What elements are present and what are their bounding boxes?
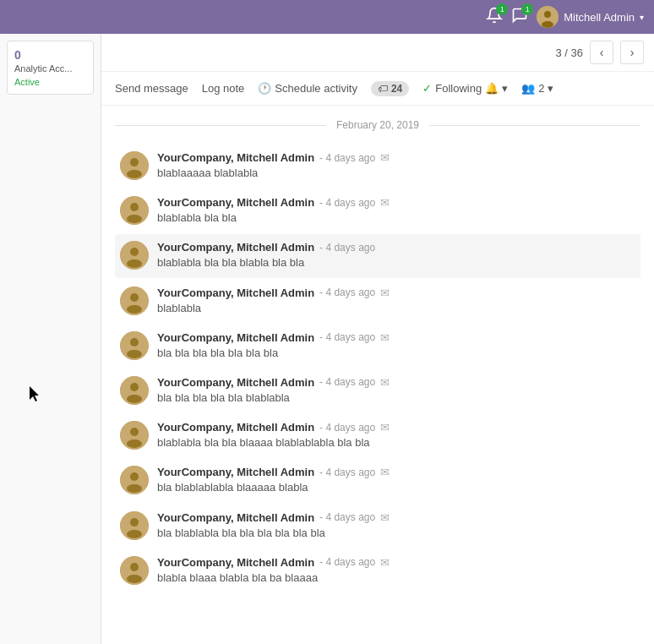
message-header: YourCompany, Mitchell Admin - 4 days ago… (157, 421, 635, 434)
message-header: YourCompany, Mitchell Admin - 4 days ago (157, 241, 635, 254)
svg-point-31 (130, 563, 139, 571)
user-name: Mitchell Admin (564, 11, 635, 24)
svg-point-10 (130, 248, 139, 256)
messages-container: YourCompany, Mitchell Admin - 4 days ago… (115, 145, 640, 592)
notifications-icon[interactable]: 1 (486, 7, 503, 28)
following-check-icon: ✓ (422, 82, 432, 95)
message-content: YourCompany, Mitchell Admin - 4 days ago… (157, 376, 635, 406)
avatar (120, 376, 149, 405)
message-author: YourCompany, Mitchell Admin (157, 241, 314, 254)
nav-bar: 3 / 36 ‹ › (101, 34, 654, 72)
avatar (120, 421, 149, 450)
date-label: February 20, 2019 (336, 119, 419, 131)
svg-point-8 (127, 215, 142, 223)
content-area: 3 / 36 ‹ › Send message Log note 🕐 Sched… (101, 34, 654, 644)
message-time: - 4 days ago (319, 287, 375, 298)
following-button[interactable]: ✓ Following 🔔 ▾ (422, 82, 508, 95)
sidebar-status: Active (14, 77, 86, 87)
tag-badge[interactable]: 🏷 24 (371, 81, 409, 96)
message-header: YourCompany, Mitchell Admin - 4 days ago… (157, 511, 635, 524)
svg-point-2 (542, 21, 553, 28)
message-item[interactable]: YourCompany, Mitchell Admin - 4 days ago… (115, 234, 640, 277)
main-layout: 0 Analytic Acc... Active 3 / 36 ‹ › Send… (0, 34, 654, 644)
notifications-badge: 1 (496, 3, 508, 15)
svg-point-11 (127, 259, 142, 268)
message-time: - 4 days ago (319, 467, 375, 478)
message-header: YourCompany, Mitchell Admin - 4 days ago… (157, 556, 635, 569)
avatar (120, 331, 149, 360)
email-icon: ✉ (380, 376, 390, 389)
message-author: YourCompany, Mitchell Admin (157, 331, 314, 344)
message-header: YourCompany, Mitchell Admin - 4 days ago… (157, 466, 635, 478)
messages-badge: 1 (521, 3, 533, 15)
avatar (120, 196, 149, 225)
svg-point-16 (130, 338, 139, 347)
action-bar: Send message Log note 🕐 Schedule activit… (101, 72, 654, 106)
message-item[interactable]: YourCompany, Mitchell Admin - 4 days ago… (115, 189, 640, 232)
message-item[interactable]: YourCompany, Mitchell Admin - 4 days ago… (115, 505, 640, 548)
tag-count: 24 (391, 83, 402, 95)
message-header: YourCompany, Mitchell Admin - 4 days ago… (157, 151, 635, 164)
avatar (120, 241, 149, 270)
message-author: YourCompany, Mitchell Admin (157, 376, 314, 389)
email-icon: ✉ (380, 556, 390, 569)
email-icon: ✉ (380, 151, 390, 164)
message-author: YourCompany, Mitchell Admin (157, 511, 314, 524)
following-chevron-icon: ▾ (502, 82, 508, 95)
message-item[interactable]: YourCompany, Mitchell Admin - 4 days ago… (115, 414, 640, 457)
email-icon: ✉ (380, 511, 390, 524)
message-content: YourCompany, Mitchell Admin - 4 days ago… (157, 421, 635, 450)
sidebar-label: Analytic Acc... (14, 63, 86, 74)
message-text: bla bla bla bla bla blablabla (157, 390, 635, 406)
messages-area: February 20, 2019 YourCompany, Mitchell … (101, 106, 654, 644)
user-menu[interactable]: Mitchell Admin ▾ (537, 6, 644, 28)
schedule-activity-button[interactable]: 🕐 Schedule activity (258, 79, 357, 98)
message-time: - 4 days ago (319, 556, 375, 568)
next-button[interactable]: › (620, 41, 644, 64)
message-content: YourCompany, Mitchell Admin - 4 days ago… (157, 287, 635, 316)
message-time: - 4 days ago (319, 242, 375, 254)
svg-point-29 (127, 530, 142, 538)
message-item[interactable]: YourCompany, Mitchell Admin - 4 days ago… (115, 369, 640, 412)
message-header: YourCompany, Mitchell Admin - 4 days ago… (157, 287, 635, 299)
message-text: blablaaaaa blablabla (157, 166, 635, 181)
svg-point-28 (130, 518, 139, 527)
message-author: YourCompany, Mitchell Admin (157, 196, 314, 209)
message-item[interactable]: YourCompany, Mitchell Admin - 4 days ago… (115, 145, 640, 188)
svg-point-14 (127, 305, 142, 314)
message-author: YourCompany, Mitchell Admin (157, 556, 314, 569)
followers-button[interactable]: 👥 2 ▾ (521, 82, 553, 95)
message-time: - 4 days ago (319, 152, 375, 164)
sidebar-card[interactable]: 0 Analytic Acc... Active (7, 41, 94, 95)
message-content: YourCompany, Mitchell Admin - 4 days ago… (157, 466, 635, 495)
email-icon: ✉ (380, 331, 390, 344)
svg-point-23 (127, 439, 142, 448)
message-time: - 4 days ago (319, 197, 375, 209)
svg-point-32 (127, 575, 142, 583)
message-header: YourCompany, Mitchell Admin - 4 days ago… (157, 331, 635, 344)
message-item[interactable]: YourCompany, Mitchell Admin - 4 days ago… (115, 325, 640, 368)
svg-point-26 (127, 484, 142, 493)
tag-icon: 🏷 (378, 83, 388, 95)
messages-icon[interactable]: 1 (511, 7, 528, 28)
prev-button[interactable]: ‹ (590, 41, 613, 64)
avatar (120, 287, 149, 315)
sidebar: 0 Analytic Acc... Active (0, 34, 101, 644)
date-divider: February 20, 2019 (115, 119, 640, 131)
following-label: Following (435, 82, 482, 95)
message-item[interactable]: YourCompany, Mitchell Admin - 4 days ago… (115, 459, 640, 502)
message-content: YourCompany, Mitchell Admin - 4 days ago… (157, 241, 635, 270)
message-text: bla bla bla bla bla bla bla (157, 346, 635, 361)
message-item[interactable]: YourCompany, Mitchell Admin - 4 days ago… (115, 549, 640, 592)
message-text: blablabla bla bla blaaaa blablablabla bl… (157, 435, 635, 450)
followers-chevron-icon: ▾ (548, 82, 553, 95)
message-author: YourCompany, Mitchell Admin (157, 421, 314, 434)
message-item[interactable]: YourCompany, Mitchell Admin - 4 days ago… (115, 280, 640, 323)
avatar (120, 556, 149, 585)
log-note-button[interactable]: Log note (202, 79, 245, 98)
following-bell-icon: 🔔 (485, 82, 499, 95)
svg-point-1 (544, 11, 551, 18)
message-text: bla blablablabla blaaaaa blabla (157, 480, 635, 495)
send-message-button[interactable]: Send message (115, 79, 188, 98)
message-time: - 4 days ago (319, 376, 375, 388)
